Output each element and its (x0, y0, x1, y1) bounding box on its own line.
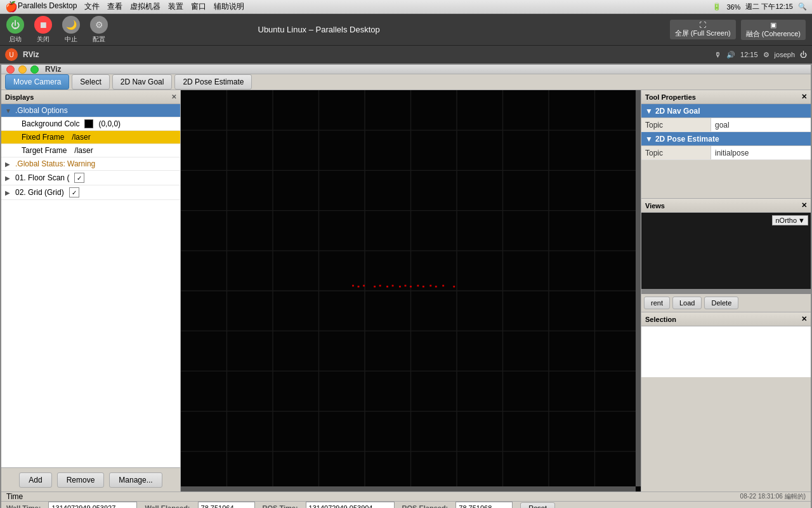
svg-rect-25 (392, 285, 394, 287)
pose-title: 2D Pose Estimate (655, 135, 719, 144)
displays-panel-buttons: Add Remove Manage... (1, 467, 180, 491)
grid-item[interactable]: ▶ 02. Grid (Grid) ✓ (1, 185, 180, 200)
fullscreen-icon: ⛶ (699, 21, 706, 29)
pose-estimate-button[interactable]: 2D Pose Estimate (174, 74, 252, 90)
displays-close-button[interactable]: ✕ (171, 93, 176, 100)
ubuntu-logo[interactable]: U (5, 48, 18, 61)
ubuntu-network-icon: 🔊 (726, 51, 735, 59)
ros-time-label: ROS Time: (263, 504, 298, 508)
displays-list: ▼ .Global Options Background Colc (0,0,0… (1, 104, 180, 467)
grid-visualization (181, 90, 641, 491)
views-header: Views ✕ (641, 199, 811, 213)
reset-button[interactable]: Reset (520, 502, 555, 508)
tool-properties-title: Tool Properties (645, 93, 696, 101)
grid-checkbox[interactable]: ✓ (69, 187, 79, 197)
color-swatch[interactable] (84, 119, 93, 128)
ros-elapsed-label: ROS Elapsed: (402, 504, 449, 508)
pose-topic-value[interactable]: initialpose (711, 149, 752, 157)
ubuntu-power-icon[interactable]: ⏻ (800, 51, 807, 58)
add-button[interactable]: Add (19, 472, 51, 488)
right-panel: Tool Properties ✕ ▼ 2D Nav Goal Topic go… (641, 90, 811, 491)
minimize-traffic-light[interactable] (18, 65, 27, 74)
views-scrollbar[interactable] (641, 289, 811, 294)
content-area: Displays ✕ ▼ .Global Options Background … (1, 90, 811, 491)
background-color-value: (0,0,0) (98, 119, 121, 128)
nav-goal-button[interactable]: 2D Nav Goal (112, 74, 173, 90)
remove-button[interactable]: Remove (57, 472, 105, 488)
grid-label: 02. Grid (Grid) (15, 188, 64, 197)
nav-goal-section-header[interactable]: ▼ 2D Nav Goal (641, 104, 811, 118)
manage-button[interactable]: Manage... (109, 472, 162, 488)
time-bar: Wall Time: Wall Elapsed: ROS Time: ROS E… (1, 501, 811, 508)
menu-vm[interactable]: 虚拟机器 (130, 1, 160, 12)
ros-elapsed-input[interactable] (455, 502, 513, 508)
wall-elapsed-input[interactable] (198, 502, 255, 508)
menu-help[interactable]: 辅助说明 (214, 1, 244, 12)
selection-content (641, 326, 811, 377)
global-options-item[interactable]: ▼ .Global Options (1, 104, 180, 117)
apple-menu[interactable]: 🍎 (5, 1, 18, 13)
background-color-item[interactable]: Background Colc (0,0,0) (1, 117, 180, 131)
floor-scan-item[interactable]: ▶ 01. Floor Scan ( ✓ (1, 171, 180, 185)
fullscreen-button[interactable]: ⛶ 全屏 (Full Screen) (670, 20, 736, 39)
views-load-button[interactable]: Load (672, 297, 702, 309)
pose-topic-label: Topic (641, 146, 711, 159)
nav-goal-topic-label: Topic (641, 118, 711, 131)
views-current-button[interactable]: rent (644, 297, 670, 309)
v-scrollbar[interactable] (636, 90, 641, 486)
fixed-frame-value: /laser (72, 133, 90, 142)
suspend-button[interactable]: 🌙 中止 (62, 16, 80, 44)
pose-estimate-section-header[interactable]: ▼ 2D Pose Estimate (641, 132, 811, 146)
parallels-toolbar: ⏻ 启动 ⏹ 关闭 🌙 中止 ⚙ 配置 Ubuntu Linux – Paral… (0, 14, 812, 46)
views-title: Views (645, 202, 665, 210)
nav-goal-topic-value[interactable]: goal (711, 121, 733, 130)
target-frame-label: Target Frame (22, 146, 67, 155)
close-traffic-light[interactable] (6, 65, 15, 74)
views-delete-button[interactable]: Delete (704, 297, 738, 309)
time-title: Time (6, 492, 23, 501)
stop-button[interactable]: ⏹ 关闭 (34, 16, 52, 44)
3d-viewport[interactable] (181, 90, 641, 491)
menu-window[interactable]: 窗口 (191, 1, 206, 12)
expand-icon: ▼ (5, 107, 13, 114)
select-button[interactable]: Select (72, 74, 109, 90)
tool-properties-header: Tool Properties ✕ (641, 90, 811, 104)
start-button[interactable]: ⏻ 启动 (6, 16, 24, 44)
menu-file[interactable]: 文件 (84, 1, 100, 12)
config-button[interactable]: ⚙ 配置 (90, 16, 108, 44)
menu-parallels[interactable]: Parallels Desktop (18, 1, 77, 12)
search-icon[interactable]: 🔍 (798, 3, 807, 11)
svg-rect-28 (410, 286, 412, 288)
target-frame-item[interactable]: Target Frame /laser (1, 144, 180, 157)
views-section: Views ✕ nOrtho ▼ rent Load Delete (641, 198, 811, 312)
tool-properties-close[interactable]: ✕ (801, 93, 807, 101)
wall-time-input[interactable] (48, 502, 137, 508)
menu-view[interactable]: 查看 (107, 1, 122, 12)
coherence-label: 融合 (Coherence) (746, 29, 801, 39)
fixed-frame-label: Fixed Frame (22, 133, 64, 142)
coherence-button[interactable]: ▣ 融合 (Coherence) (741, 20, 806, 40)
h-scrollbar[interactable] (181, 486, 636, 491)
fixed-frame-item[interactable]: Fixed Frame /laser (1, 131, 180, 144)
move-camera-button[interactable]: Move Camera (5, 74, 69, 90)
battery-icon: 🔋 (712, 3, 721, 11)
views-type-dropdown[interactable]: nOrtho ▼ (772, 215, 808, 225)
menu-device[interactable]: 装置 (168, 1, 183, 12)
wall-time-label: Wall Time: (6, 504, 41, 508)
displays-title: Displays (5, 93, 34, 101)
ubuntu-taskbar: U RViz 🎙 🔊 12:15 ⚙ joseph ⏻ (0, 46, 812, 64)
global-status-item[interactable]: ▶ .Global Status: Warning (1, 157, 180, 171)
ubuntu-right-area: 🎙 🔊 12:15 ⚙ joseph ⏻ (714, 51, 807, 59)
svg-rect-19 (352, 285, 354, 287)
floor-scan-checkbox[interactable]: ✓ (74, 173, 84, 183)
parallels-right-controls: ⛶ 全屏 (Full Screen) ▣ 融合 (Coherence) (670, 20, 806, 40)
views-close[interactable]: ✕ (801, 201, 807, 210)
battery-percent: 36% (726, 3, 740, 11)
coherence-icon: ▣ (770, 21, 776, 29)
ubuntu-settings-icon[interactable]: ⚙ (763, 51, 769, 59)
rviz-window-title: RViz (45, 65, 62, 74)
ros-time-input[interactable] (306, 502, 395, 508)
nav-goal-topic-row: Topic goal (641, 118, 811, 132)
maximize-traffic-light[interactable] (30, 65, 39, 74)
selection-close[interactable]: ✕ (801, 315, 807, 323)
